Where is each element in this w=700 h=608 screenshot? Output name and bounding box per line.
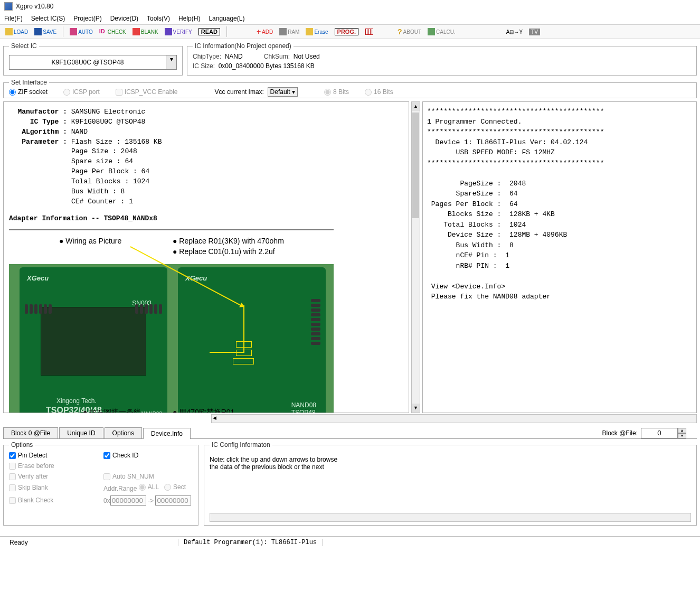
cn-label-2: 用470欧替换R01 [179, 408, 234, 413]
zif-socket-radio[interactable]: ZIF socket [9, 88, 48, 96]
question-icon: ? [398, 27, 402, 36]
addr-all-radio: ALL [139, 483, 159, 491]
log-h-scrollbar[interactable]: ◀ [211, 414, 697, 423]
tab-device-info[interactable]: Device.Info [143, 428, 191, 439]
select-ic-group: Select IC K9F1G08U0C @TSOP48 ▾ [3, 42, 183, 76]
block-file-input[interactable] [641, 428, 678, 438]
load-button[interactable]: LOAD [3, 27, 30, 36]
add-button[interactable]: +ADD [254, 26, 275, 37]
scroll-left-icon[interactable]: ◀ [213, 415, 216, 420]
select-ic-legend: Select IC [9, 42, 39, 50]
menu-help[interactable]: Help(H) [178, 15, 200, 22]
auto-sn-checkbox: Auto SN_NUM [103, 473, 193, 480]
about-button[interactable]: ?ABOUT [395, 26, 423, 37]
scroll-down-icon[interactable]: ▼ [412, 404, 420, 413]
details-pane: Manufactor : SAMSUNG Electronic IC Type … [3, 101, 409, 413]
menu-file[interactable]: File(F) [4, 15, 23, 22]
manufactor-value: SAMSUNG Electronic [71, 108, 145, 116]
pcb1-brand: XGecu [27, 274, 49, 284]
addr-from-input [110, 495, 146, 506]
icsp-port-radio: ICSP port [63, 88, 100, 96]
verify-icon [165, 28, 172, 35]
scroll-up-icon[interactable]: ▲ [412, 102, 420, 111]
fixed-label: FIXED [278, 409, 313, 413]
verify-button[interactable]: VERIFY [163, 27, 194, 36]
menu-project[interactable]: Project(P) [73, 15, 101, 22]
prog-button[interactable]: PROG. [333, 27, 361, 36]
ic-info-group: IC Information(No Project opened) ChipTy… [187, 42, 697, 76]
select-ic-dropdown-button[interactable]: ▾ [166, 55, 177, 70]
options-group: Options Pin Detect Check ID Erase before… [3, 441, 198, 526]
check-id-checkbox[interactable]: Check ID [103, 452, 193, 459]
ram-button[interactable]: RAM [277, 27, 301, 36]
auto-button[interactable]: AUTO [68, 27, 95, 36]
ic-config-group: IC Config Informaton Note: click the up … [204, 441, 697, 526]
blank-check-checkbox: Blank Check [9, 495, 98, 506]
addr-range-label: Addr.Range [103, 485, 137, 492]
page-size: Page Size : 2048 [9, 147, 403, 157]
ic-config-note1: Note: click the up and down arrows to br… [210, 456, 691, 463]
icsize-label: IC Size: [193, 62, 215, 70]
block-file-spinner[interactable]: ▲ ▼ [641, 428, 686, 438]
status-programmer: Default Programmer(1): TL866II-Plus [178, 539, 323, 546]
block-file-down-button[interactable]: ▼ [678, 433, 686, 438]
adapter-header: Adapter Information -- TSOP48_NANDx8 [9, 214, 403, 224]
block-file-label: Block @File: [602, 429, 638, 437]
ic-config-scrollbar[interactable] [210, 513, 691, 522]
toolbar: LOAD SAVE AUTO IDCHECK BLANK VERIFY READ… [0, 24, 700, 39]
check-button[interactable]: IDCHECK [97, 27, 128, 36]
ic-config-note2: the data of the previous block or the ne… [210, 463, 691, 471]
ictype-label: IC Type : [9, 117, 67, 127]
tv-icon: TV [529, 29, 540, 35]
icsize-value: 0x00_08400000 Bytes 135168 KB [219, 62, 315, 70]
left-scrollbar[interactable]: ▲ ▼ [411, 101, 420, 413]
tab-block0[interactable]: Block 0 @File [3, 427, 58, 438]
adapter-image: ● Wiring as Picture ● Replace R01(3K9) w… [9, 229, 334, 413]
addr-sect-radio: Sect [164, 483, 186, 491]
aby-button[interactable]: A⊟→Y [504, 28, 525, 36]
chip-icon [365, 29, 373, 35]
ram-icon [279, 28, 287, 35]
interface-group: Set Interface ZIF socket ICSP port ICSP_… [3, 79, 697, 98]
total-blocks: Tolal Blocks : 1024 [9, 177, 403, 187]
menu-language[interactable]: Language(L) [209, 15, 244, 22]
menu-tools[interactable]: Tools(V) [147, 15, 170, 22]
ic-config-legend: IC Config Informaton [210, 441, 272, 448]
menu-device[interactable]: Device(D) [110, 15, 138, 22]
blank-button[interactable]: BLANK [130, 27, 160, 36]
parameter-label: Parameter : [9, 137, 67, 147]
auto-icon [70, 28, 77, 35]
tab-unique-id[interactable]: Unique ID [59, 427, 103, 438]
save-button[interactable]: SAVE [32, 27, 59, 36]
tv-button[interactable]: TV [527, 27, 542, 36]
read-button[interactable]: READ [196, 27, 222, 36]
cn-label-1: 如右图接一条线 [89, 408, 141, 413]
select-ic-input[interactable]: K9F1G08U0C @TSOP48 [9, 55, 166, 70]
floppy-icon [34, 28, 42, 35]
page-per-block: Page Per Block : 64 [9, 167, 403, 177]
bits16-radio: 16 Bits [365, 88, 393, 96]
algorithm-value: NAND [71, 128, 88, 136]
block-file-up-button[interactable]: ▲ [678, 428, 686, 433]
chksum-value: Not Used [294, 53, 320, 60]
window-title: Xgpro v10.80 [16, 3, 53, 10]
verify-after-checkbox: Verify after [9, 473, 98, 480]
wiring-label: Wiring as Picture [65, 237, 121, 245]
vcc-imax-label: Vcc current Imax: [215, 88, 264, 96]
app-icon [4, 2, 13, 11]
replace-r01-label: Replace R01(3K9) with 470ohm [179, 237, 283, 245]
tab-options[interactable]: Options [105, 427, 142, 438]
erase-button[interactable]: Erase [304, 27, 330, 36]
swap-icon: A⊟→Y [506, 29, 523, 35]
bottom-tabs: Block 0 @File Unique ID Options Device.I… [3, 427, 697, 438]
calcu-button[interactable]: CALCU. [425, 27, 458, 36]
log-pane: ****************************************… [422, 101, 697, 413]
chip-button[interactable] [363, 27, 375, 36]
chiptype-label: ChipType: [193, 53, 221, 60]
ic-info-legend: IC Information(No Project opened) [193, 42, 294, 50]
menu-select-ic[interactable]: Select IC(S) [31, 15, 65, 22]
scroll-thumb[interactable] [412, 113, 419, 218]
chiptype-value: NAND [225, 53, 243, 60]
vcc-imax-select[interactable]: Default ▾ [268, 87, 298, 97]
pin-detect-checkbox[interactable]: Pin Detect [9, 452, 98, 459]
